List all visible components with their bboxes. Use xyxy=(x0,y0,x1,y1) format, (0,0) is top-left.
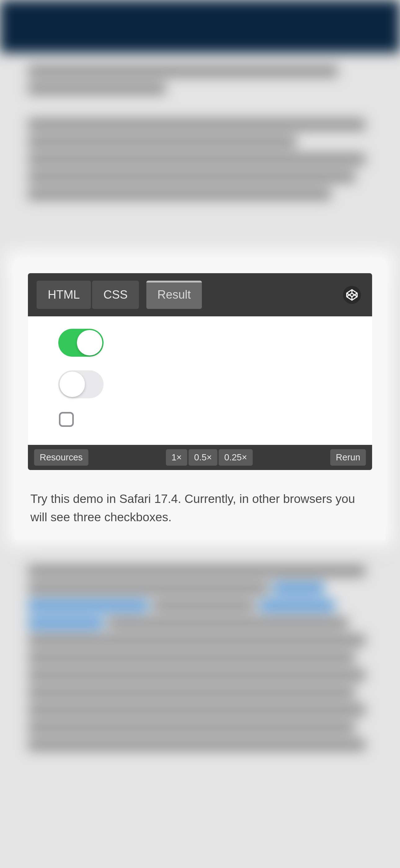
checkbox-input[interactable] xyxy=(59,412,74,427)
switch-toggle-off[interactable] xyxy=(58,370,104,398)
zoom-025x-button[interactable]: 0.25× xyxy=(219,449,253,466)
demo-card: HTML CSS Result Resources 1 xyxy=(14,259,386,540)
zoom-05x-button[interactable]: 0.5× xyxy=(189,449,218,466)
resources-button[interactable]: Resources xyxy=(34,449,88,466)
rerun-button[interactable]: Rerun xyxy=(330,449,366,466)
demo-caption: Try this demo in Safari 17.4. Currently,… xyxy=(28,490,372,526)
switch-knob xyxy=(77,330,102,355)
switch-toggle-on[interactable] xyxy=(58,329,104,357)
codepen-footer: Resources 1× 0.5× 0.25× Rerun xyxy=(28,445,372,470)
codepen-icon xyxy=(345,288,359,302)
tab-html[interactable]: HTML xyxy=(37,281,91,309)
codepen-result-pane xyxy=(28,316,372,445)
zoom-controls: 1× 0.5× 0.25× xyxy=(166,449,253,466)
switch-knob xyxy=(60,372,85,397)
codepen-tabs-header: HTML CSS Result xyxy=(28,273,372,316)
codepen-embed: HTML CSS Result Resources 1 xyxy=(28,273,372,470)
zoom-1x-button[interactable]: 1× xyxy=(166,449,187,466)
tab-result[interactable]: Result xyxy=(146,281,202,309)
tab-css[interactable]: CSS xyxy=(92,281,139,309)
codepen-logo-button[interactable] xyxy=(343,286,361,304)
